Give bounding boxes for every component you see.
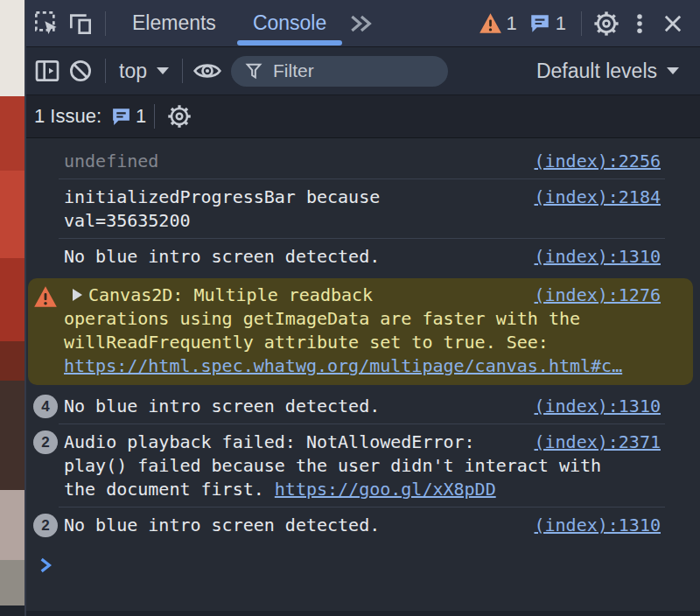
divider xyxy=(105,59,106,83)
source-location-link[interactable]: (index):2371 xyxy=(535,430,662,454)
repeat-count-badge: 2 xyxy=(33,514,58,537)
message-line: https://html.spec.whatwg.org/multipage/c… xyxy=(64,354,661,378)
source-location-link[interactable]: (index):2184 xyxy=(535,186,662,209)
message-text: No blue intro screen detected. xyxy=(64,246,380,267)
issue-bar: 1 Issue: 1 xyxy=(26,95,700,138)
console-sidebar-button[interactable] xyxy=(31,54,64,88)
issue-bar-count: 1 xyxy=(136,105,146,128)
menu-button[interactable] xyxy=(623,7,656,40)
message-text: initializedProgressBar because xyxy=(64,186,380,207)
console-prompt-chevron-icon xyxy=(38,556,52,574)
message-line: play() failed because the user didn't in… xyxy=(64,454,661,478)
message-line: val=35635200 xyxy=(64,209,661,233)
source-location-link[interactable]: (index):1310 xyxy=(535,514,662,537)
message-text: Canvas2D: Multiple readback xyxy=(88,284,373,305)
message-line: the document first. https://goo.gl/xX8pD… xyxy=(64,478,661,501)
divider xyxy=(105,11,106,36)
warning-triangle-icon xyxy=(33,285,58,308)
devtools-panel: Elements Console 1 1 xyxy=(24,0,700,616)
page-behind-block xyxy=(0,171,24,258)
page-behind-block xyxy=(0,560,24,606)
tab-elements[interactable]: Elements xyxy=(114,0,234,46)
page-behind-block xyxy=(0,96,24,171)
expand-caret-icon[interactable] xyxy=(73,289,82,301)
message-text: Audio playback failed: NotAllowedError: xyxy=(64,431,475,452)
issues-bubble-icon[interactable] xyxy=(110,106,132,128)
console-message: undefined(index):2256 xyxy=(26,144,700,179)
block-circle-icon xyxy=(67,58,94,84)
warning-count: 1 xyxy=(507,12,517,35)
source-location-link[interactable]: (index):1310 xyxy=(535,245,662,269)
console-message: 2No blue intro screen detected.(index):1… xyxy=(26,508,700,543)
context-selector-label: top xyxy=(119,60,147,83)
tab-label: Elements xyxy=(132,11,216,35)
repeat-count-badge: 2 xyxy=(33,430,58,454)
inspect-cursor-icon xyxy=(33,10,61,38)
message-text: the document first. xyxy=(64,479,275,500)
message-text: val=35635200 xyxy=(64,210,191,231)
message-text: No blue intro screen detected. xyxy=(64,514,380,536)
levels-selector-label: Default levels xyxy=(536,60,657,83)
execution-context-selector[interactable]: top xyxy=(114,60,174,83)
more-tabs-button[interactable] xyxy=(345,7,378,40)
console-message: initializedProgressBar becauseval=356352… xyxy=(26,179,700,239)
divider xyxy=(154,104,155,129)
issue-settings-button[interactable] xyxy=(163,100,196,133)
message-link[interactable]: https://goo.gl/xX8pDD xyxy=(275,479,496,500)
console-message: No blue intro screen detected.(index):13… xyxy=(26,239,700,275)
eye-icon xyxy=(192,58,222,84)
inspect-element-button[interactable] xyxy=(31,7,64,40)
settings-button[interactable] xyxy=(590,7,623,40)
page-behind-block xyxy=(0,0,24,96)
console-toolbar: top Default levels xyxy=(26,47,700,95)
page-behind-block xyxy=(0,341,24,381)
console-prompt[interactable] xyxy=(26,543,700,578)
devtools-tab-bar: Elements Console 1 1 xyxy=(26,0,700,47)
message-text: undefined xyxy=(64,150,158,172)
message-line: willReadFrequently attribute set to true… xyxy=(64,331,661,354)
console-message: 4No blue intro screen detected.(index):1… xyxy=(26,388,700,424)
issue-bar-label: 1 Issue: xyxy=(34,105,102,128)
chevron-double-right-icon xyxy=(348,13,374,34)
funnel-filter-icon xyxy=(244,61,263,80)
source-location-link[interactable]: (index):1310 xyxy=(535,395,662,418)
close-icon xyxy=(661,11,685,36)
filter-input[interactable] xyxy=(271,60,424,82)
divider xyxy=(581,11,582,36)
console-messages: undefined(index):2256initializedProgress… xyxy=(26,144,700,543)
warning-triangle-icon xyxy=(479,12,502,34)
sidebar-panel-icon xyxy=(33,57,61,85)
gear-icon xyxy=(166,103,192,130)
chevron-down-icon xyxy=(667,67,679,74)
console-log: undefined(index):2256initializedProgress… xyxy=(26,138,700,616)
gear-icon xyxy=(592,10,620,38)
device-toolbar-icon xyxy=(66,10,94,38)
message-text: play() failed because the user didn't in… xyxy=(64,455,601,476)
page-behind-strip xyxy=(0,0,24,616)
tab-console[interactable]: Console xyxy=(234,0,345,46)
chevron-down-icon xyxy=(157,67,169,74)
device-toolbar-button[interactable] xyxy=(64,7,97,40)
filter-field[interactable] xyxy=(231,56,448,87)
tab-label: Console xyxy=(253,11,326,35)
close-devtools-button[interactable] xyxy=(656,7,690,40)
repeat-count-badge: 4 xyxy=(33,395,58,418)
clear-console-button[interactable] xyxy=(64,54,97,88)
source-location-link[interactable]: (index):2256 xyxy=(535,150,662,173)
page-behind-block xyxy=(0,490,24,560)
message-link[interactable]: https://html.spec.whatwg.org/multipage/c… xyxy=(64,355,622,376)
error-warning-counts[interactable]: 1 1 xyxy=(479,12,574,35)
page-behind-block xyxy=(0,381,24,490)
log-levels-selector[interactable]: Default levels xyxy=(531,60,684,83)
issue-count: 1 xyxy=(556,12,566,35)
source-location-link[interactable]: (index):1276 xyxy=(535,284,662,307)
three-dots-vertical-icon xyxy=(626,10,653,37)
message-text: No blue intro screen detected. xyxy=(64,396,380,416)
issues-bubble-icon xyxy=(528,12,551,35)
divider xyxy=(182,59,183,83)
live-expression-button[interactable] xyxy=(191,54,224,88)
console-warning-message: Canvas2D: Multiple readbackoperations us… xyxy=(28,278,693,385)
page-behind-block xyxy=(0,258,24,341)
console-message: 2Audio playback failed: NotAllowedError:… xyxy=(26,424,700,508)
message-line: operations using getImageData are faster… xyxy=(64,307,661,331)
